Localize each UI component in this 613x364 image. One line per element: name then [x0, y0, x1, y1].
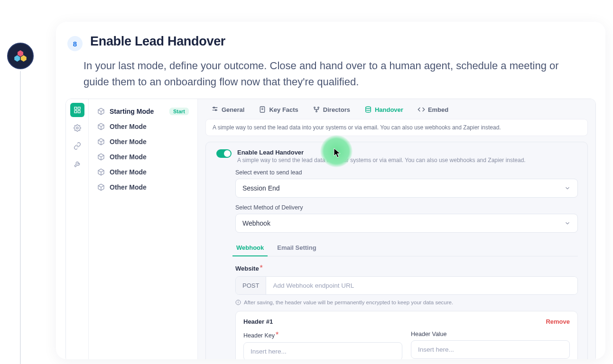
main-panel: General Key Facts Directors Handover Emb… — [198, 99, 595, 359]
mode-item-other[interactable]: Other Mode — [93, 134, 193, 149]
step-card: 8 Enable Lead Handover In your last mode… — [56, 22, 605, 359]
svg-marker-1 — [14, 55, 20, 62]
website-label: Website — [235, 265, 259, 272]
svg-marker-0 — [18, 50, 23, 57]
handover-config-card: Enable Lead Handover A simple way to sen… — [205, 142, 588, 359]
mode-item-other[interactable]: Other Mode — [93, 180, 193, 195]
remove-header-button[interactable]: Remove — [546, 318, 570, 325]
header-value-input[interactable] — [411, 340, 570, 359]
svg-point-16 — [318, 107, 319, 109]
chevron-down-icon — [564, 220, 571, 227]
toggle-label: Enable Lead Handover — [237, 149, 526, 156]
tab-label: Directors — [323, 106, 350, 113]
required-mark: * — [260, 264, 263, 272]
branches-icon — [313, 106, 320, 113]
tab-handover[interactable]: Handover — [364, 106, 403, 113]
link-icon — [74, 142, 81, 150]
header-card: Header #1 Remove Header Key* Header Valu… — [235, 311, 578, 359]
timeline-line — [20, 71, 21, 364]
mode-item-other[interactable]: Other Mode — [93, 119, 193, 134]
method-select[interactable]: Webhook — [235, 214, 578, 233]
mode-item-starting[interactable]: Starting Mode Start — [93, 104, 193, 119]
header-value-label: Header Value — [411, 331, 570, 337]
subtab-email[interactable]: Email Setting — [276, 241, 317, 256]
app-frame: Starting Mode Start Other Mode Other Mod… — [65, 99, 596, 359]
svg-rect-5 — [74, 111, 77, 113]
tab-embed[interactable]: Embed — [418, 106, 448, 113]
tab-label: Handover — [375, 106, 403, 113]
svg-point-15 — [314, 107, 316, 109]
enable-handover-toggle[interactable] — [216, 149, 232, 158]
header-title: Header #1 — [243, 318, 273, 325]
mode-list: Starting Mode Start Other Mode Other Mod… — [89, 99, 198, 359]
page-title: Enable Lead Handover — [90, 34, 225, 49]
cube-icon — [97, 138, 105, 146]
webhook-url-row: POST — [235, 276, 578, 295]
icon-rail — [66, 99, 89, 359]
rail-link-button[interactable] — [70, 139, 84, 153]
header-key-input[interactable] — [243, 342, 402, 359]
toggle-subtext: A simple way to send the lead data into … — [237, 157, 526, 164]
page-description: In your last mode, define your outcome. … — [56, 56, 605, 99]
info-icon — [235, 300, 241, 305]
required-mark: * — [276, 331, 279, 339]
mode-label: Other Mode — [110, 123, 147, 130]
mode-label: Other Mode — [110, 138, 147, 146]
svg-rect-3 — [74, 107, 77, 109]
gear-icon — [74, 124, 81, 132]
description-strip: A simple way to send the lead data into … — [205, 119, 588, 136]
step-number: 8 — [67, 36, 83, 51]
tab-key-facts[interactable]: Key Facts — [259, 106, 298, 113]
cube-icon — [97, 123, 105, 130]
tools-icon — [74, 160, 81, 168]
header-key-label: Header Key — [243, 332, 275, 339]
rail-gear-button[interactable] — [70, 121, 84, 135]
mode-label: Other Mode — [110, 153, 147, 161]
method-label: Select Method of Delivery — [235, 204, 578, 211]
svg-marker-2 — [21, 55, 27, 62]
rail-tools-button[interactable] — [70, 157, 84, 171]
brand-logo-icon — [13, 49, 28, 63]
chevron-down-icon — [564, 185, 571, 191]
mode-label: Other Mode — [110, 168, 147, 176]
hint-text: After saving, the header value will be p… — [244, 300, 453, 305]
mode-label: Starting Mode — [110, 108, 154, 115]
grid-icon — [74, 106, 81, 114]
svg-point-21 — [238, 301, 239, 301]
database-icon — [364, 106, 372, 113]
cube-icon — [97, 168, 105, 176]
event-select[interactable]: Session End — [235, 179, 578, 198]
svg-point-18 — [366, 107, 371, 109]
event-value: Session End — [242, 184, 280, 192]
svg-point-7 — [76, 127, 78, 129]
delivery-subtabs: Webhook Email Setting — [235, 241, 578, 256]
brand-badge — [7, 43, 34, 69]
tab-label: General — [222, 106, 244, 113]
http-method-box[interactable]: POST — [236, 277, 266, 294]
svg-point-17 — [316, 111, 317, 112]
document-icon — [259, 106, 266, 113]
cube-icon — [97, 183, 105, 191]
event-label: Select event to send lead — [235, 169, 578, 176]
start-badge: Start — [169, 108, 189, 115]
mode-label: Other Mode — [110, 183, 147, 191]
tabs-row: General Key Facts Directors Handover Emb… — [204, 99, 590, 119]
tab-general[interactable]: General — [211, 106, 244, 113]
subtab-webhook[interactable]: Webhook — [235, 241, 265, 256]
cube-icon — [97, 153, 105, 161]
tab-label: Key Facts — [269, 106, 298, 113]
code-icon — [418, 106, 425, 113]
svg-rect-4 — [78, 107, 80, 109]
mode-item-other[interactable]: Other Mode — [93, 164, 193, 180]
encryption-hint: After saving, the header value will be p… — [235, 300, 578, 305]
sliders-icon — [211, 106, 219, 113]
method-value: Webhook — [242, 219, 270, 227]
rail-modes-button[interactable] — [70, 103, 84, 117]
svg-rect-6 — [78, 111, 80, 113]
tab-directors[interactable]: Directors — [313, 106, 350, 113]
cube-icon — [97, 108, 105, 115]
mode-item-other[interactable]: Other Mode — [93, 149, 193, 164]
webhook-url-input[interactable] — [266, 277, 577, 294]
tab-label: Embed — [428, 106, 448, 113]
